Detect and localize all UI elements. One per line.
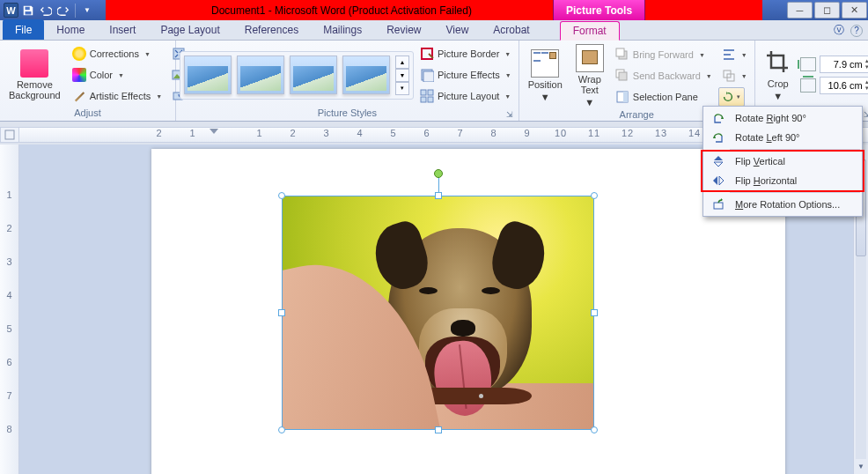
tab-page-layout[interactable]: Page Layout xyxy=(148,20,232,40)
spin-down-icon[interactable]: ▼ xyxy=(864,85,868,92)
svg-rect-7 xyxy=(421,90,426,95)
width-field[interactable] xyxy=(822,80,863,91)
artistic-effects-button[interactable]: Artistic Effects▼ xyxy=(69,86,166,106)
resize-handle-se[interactable] xyxy=(591,426,598,433)
height-icon xyxy=(800,57,816,71)
bring-forward-icon xyxy=(615,48,629,62)
picture-styles-gallery[interactable]: ▲ ▼ ▾ xyxy=(180,51,414,100)
remove-background-button[interactable]: Remove Background xyxy=(4,48,66,102)
wrap-text-label: Wrap Text xyxy=(578,74,601,95)
resize-handle-ne[interactable] xyxy=(591,192,598,199)
picture-effects-label: Picture Effects xyxy=(438,70,500,80)
help-icon[interactable]: ? xyxy=(850,25,863,37)
resize-handle-sw[interactable] xyxy=(278,426,285,433)
tab-view[interactable]: View xyxy=(434,20,482,40)
selected-picture[interactable] xyxy=(282,196,594,430)
style-thumb[interactable] xyxy=(342,56,390,94)
rotate-menu: Rotate Right 90° Rotate Left 90° Flip Ve… xyxy=(702,106,863,217)
more-rotation-options-label: More Rotation Options... xyxy=(735,199,840,210)
picture-layout-button[interactable]: Picture Layout▼ xyxy=(416,86,515,106)
selection-pane-button[interactable]: Selection Pane xyxy=(612,87,716,107)
spin-down-icon[interactable]: ▼ xyxy=(864,64,868,70)
spin-up-icon[interactable]: ▲ xyxy=(864,79,868,85)
position-button[interactable]: Position▼ xyxy=(523,48,568,104)
remove-background-icon xyxy=(20,49,48,78)
color-button[interactable]: Color▼ xyxy=(69,65,166,85)
corrections-label: Corrections xyxy=(90,48,139,59)
remove-background-label: Remove Background xyxy=(9,79,61,100)
customize-qat-icon[interactable]: ▼ xyxy=(79,3,95,19)
tab-mailings[interactable]: Mailings xyxy=(311,20,374,40)
minimize-button[interactable]: ─ xyxy=(787,2,813,19)
save-icon[interactable] xyxy=(20,3,36,19)
ribbon-minimize-icon[interactable]: ⓥ ? xyxy=(834,20,863,41)
quick-access-toolbar: W ▼ xyxy=(0,3,99,19)
rotate-right-item[interactable]: Rotate Right 90° xyxy=(705,108,860,128)
selection-pane-icon xyxy=(615,90,629,104)
position-icon xyxy=(531,49,559,78)
scroll-down-icon[interactable]: ▼ xyxy=(854,459,868,474)
wrap-text-button[interactable]: Wrap Text▼ xyxy=(570,42,609,109)
gallery-down-icon[interactable]: ▼ xyxy=(395,69,409,82)
style-thumb[interactable] xyxy=(184,56,232,94)
rotate-left-icon xyxy=(710,130,726,145)
menu-separator xyxy=(730,192,860,193)
artistic-effects-label: Artistic Effects xyxy=(90,91,151,101)
maximize-button[interactable]: ◻ xyxy=(814,2,840,19)
position-label: Position xyxy=(528,79,563,90)
rotation-handle[interactable] xyxy=(434,169,443,178)
tab-references[interactable]: References xyxy=(232,20,311,40)
resize-handle-nw[interactable] xyxy=(278,192,285,199)
redo-icon[interactable] xyxy=(55,3,71,19)
resize-handle-s[interactable] xyxy=(435,426,442,433)
close-button[interactable]: ✕ xyxy=(842,2,867,19)
crop-button[interactable]: Crop▼ xyxy=(759,47,798,103)
rotate-button[interactable]: ▼ xyxy=(718,87,745,107)
svg-rect-19 xyxy=(5,130,14,139)
svg-rect-20 xyxy=(714,203,723,209)
flip-horizontal-icon xyxy=(710,173,726,189)
resize-handle-w[interactable] xyxy=(278,309,285,316)
gallery-up-icon[interactable]: ▲ xyxy=(395,56,409,69)
picture-layout-icon xyxy=(420,89,434,103)
tab-home[interactable]: Home xyxy=(44,20,97,40)
undo-icon[interactable] xyxy=(38,3,54,19)
gallery-more-icon[interactable]: ▾ xyxy=(395,82,409,95)
flip-vertical-label: Flip Vertical xyxy=(735,156,785,167)
selection-pane-label: Selection Pane xyxy=(633,92,698,102)
picture-effects-button[interactable]: Picture Effects▼ xyxy=(416,65,515,85)
resize-handle-e[interactable] xyxy=(591,309,598,316)
ribbon-tabs: File Home Insert Page Layout References … xyxy=(0,20,868,41)
svg-rect-8 xyxy=(428,90,433,95)
rotate-right-icon xyxy=(710,110,726,126)
word-app-icon[interactable]: W xyxy=(4,3,18,18)
flip-horizontal-item[interactable]: Flip Horizontal xyxy=(705,171,860,190)
gallery-scroll: ▲ ▼ ▾ xyxy=(395,56,409,95)
align-button[interactable]: ▼ xyxy=(718,45,751,64)
picture-border-icon xyxy=(420,47,434,61)
vertical-ruler[interactable]: 12345678 xyxy=(0,144,19,474)
rotate-left-item[interactable]: Rotate Left 90° xyxy=(705,128,860,147)
spin-up-icon[interactable]: ▲ xyxy=(864,58,868,64)
height-field[interactable] xyxy=(822,59,863,70)
dialog-launcher-icon[interactable]: ⇲ xyxy=(504,110,515,121)
tab-file[interactable]: File xyxy=(3,19,44,40)
style-thumb[interactable] xyxy=(290,56,337,94)
width-icon xyxy=(800,78,816,93)
flip-vertical-item[interactable]: Flip Vertical xyxy=(705,152,860,171)
tab-insert[interactable]: Insert xyxy=(97,20,148,40)
style-thumb[interactable] xyxy=(237,56,284,94)
width-input[interactable]: ▲▼ xyxy=(820,77,868,94)
tab-review[interactable]: Review xyxy=(374,20,433,40)
height-input[interactable]: ▲▼ xyxy=(820,56,868,73)
svg-rect-4 xyxy=(422,48,432,59)
picture-effects-icon xyxy=(420,68,434,82)
svg-rect-9 xyxy=(421,97,426,102)
resize-handle-n[interactable] xyxy=(435,192,442,199)
rotate-icon xyxy=(722,91,734,103)
tab-format[interactable]: Format xyxy=(560,21,620,41)
more-rotation-options-item[interactable]: More Rotation Options... xyxy=(705,195,860,214)
tab-acrobat[interactable]: Acrobat xyxy=(481,20,541,40)
picture-border-button[interactable]: Picture Border▼ xyxy=(416,44,515,63)
corrections-button[interactable]: Corrections▼ xyxy=(69,44,166,63)
